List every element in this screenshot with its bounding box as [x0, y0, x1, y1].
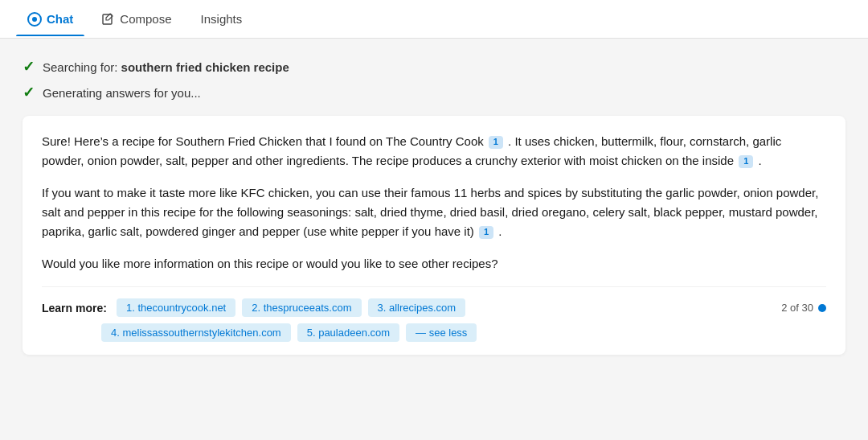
answer-card: Sure! Here’s a recipe for Southern Fried…	[23, 116, 845, 355]
para2-dot: .	[498, 224, 502, 238]
learn-more-label: Learn more:	[42, 302, 107, 315]
tab-insights[interactable]: Insights	[190, 2, 254, 35]
header: Chat Compose Insights	[0, 0, 868, 39]
answer-paragraph-3: Would you like more information on this …	[42, 254, 826, 273]
para1-start: Sure! Here’s a recipe for Southern Fried…	[42, 134, 484, 148]
learn-more-link-5[interactable]: 5. pauladeen.com	[297, 323, 399, 342]
status-line-2: ✓ Generating answers for you...	[23, 84, 845, 101]
main-content: ✓ Searching for: southern fried chicken …	[0, 39, 868, 440]
learn-more-bar: Learn more: 1. thecountrycook.net 2. the…	[42, 286, 826, 342]
para1-dot: .	[758, 154, 761, 167]
para2-start: If you want to make it taste more like K…	[42, 186, 818, 238]
tab-chat-label: Chat	[47, 12, 73, 26]
learn-more-link-2[interactable]: 2. thespruceeats.com	[242, 298, 361, 317]
status-text-1: Searching for: southern fried chicken re…	[43, 60, 289, 74]
citation-2[interactable]: 1	[739, 155, 753, 168]
tab-chat[interactable]: Chat	[16, 2, 84, 36]
answer-paragraph-1: Sure! Here’s a recipe for Southern Fried…	[42, 132, 826, 171]
page-count: 2 of 30	[781, 302, 826, 314]
answer-paragraph-2: If you want to make it taste more like K…	[42, 183, 826, 241]
citation-3[interactable]: 1	[479, 226, 493, 239]
citation-1[interactable]: 1	[489, 136, 503, 149]
check-icon-2: ✓	[23, 84, 35, 101]
status-line-1: ✓ Searching for: southern fried chicken …	[23, 58, 845, 76]
see-less-button[interactable]: — see less	[406, 323, 477, 342]
check-icon-1: ✓	[23, 58, 35, 76]
learn-more-row2: 4. melissassouthernstylekitchen.com 5. p…	[101, 323, 826, 342]
status-bold: southern fried chicken recipe	[121, 60, 289, 74]
status-text-2: Generating answers for you...	[43, 86, 201, 100]
para3-text: Would you like more information on this …	[42, 257, 498, 270]
tab-compose-label: Compose	[120, 12, 171, 26]
chat-icon	[27, 12, 42, 27]
page-count-text: 2 of 30	[781, 302, 813, 314]
compose-icon	[102, 13, 115, 26]
learn-more-link-4[interactable]: 4. melissassouthernstylekitchen.com	[101, 323, 291, 342]
learn-more-link-3[interactable]: 3. allrecipes.com	[368, 298, 466, 317]
tab-compose[interactable]: Compose	[91, 2, 182, 35]
learn-more-link-1[interactable]: 1. thecountrycook.net	[117, 298, 235, 317]
tab-insights-label: Insights	[201, 12, 243, 26]
page-dot-icon	[818, 304, 826, 312]
status-prefix: Searching for:	[43, 60, 121, 74]
